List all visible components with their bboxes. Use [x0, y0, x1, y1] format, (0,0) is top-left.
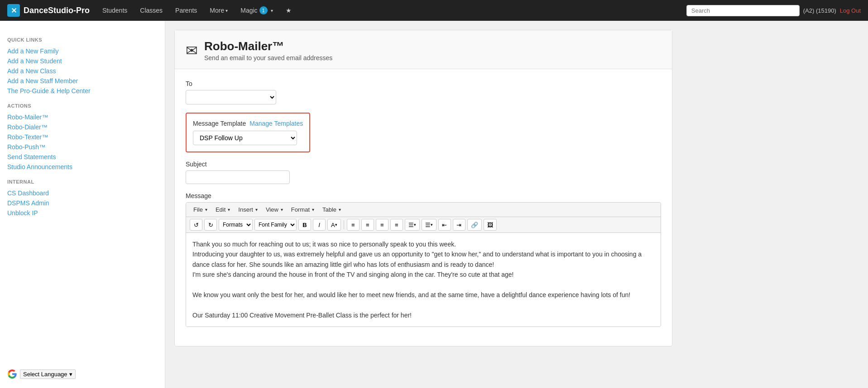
toolbar-redo[interactable]: ↻: [204, 219, 217, 231]
toolbar-bold[interactable]: B: [298, 219, 311, 231]
internal-title: INTERNAL: [7, 179, 158, 185]
nav-right: (A2) (15190) Log Out: [686, 5, 861, 16]
toolbar-align-center[interactable]: ≡: [361, 219, 374, 231]
menu-insert-label: Insert: [238, 206, 253, 213]
toolbar-image[interactable]: 🖼: [484, 219, 497, 231]
navbar: ✕ DanceStudio-Pro Students Classes Paren…: [0, 0, 868, 21]
toolbar-link[interactable]: 🔗: [467, 219, 482, 231]
editor-para-5: Our Saturday 11:00 Creative Movement Pre…: [192, 310, 647, 320]
nav-students[interactable]: Students: [97, 0, 133, 21]
sidebar-item-robo-dialer[interactable]: Robo-Dialer™: [7, 122, 158, 132]
editor-para-1: Thank you so much for reaching out to us…: [192, 239, 647, 249]
card-header: ✉ Robo-Mailer™ Send an email to your sav…: [175, 30, 672, 69]
menu-file-label: File: [193, 206, 203, 213]
magic-badge: 1: [259, 6, 268, 14]
sidebar-item-cs-dashboard[interactable]: CS Dashboard: [7, 188, 158, 198]
editor-content: Thank you so much for reaching out to us…: [192, 239, 654, 320]
menu-format-chevron: ▾: [312, 207, 314, 212]
menu-view-chevron: ▾: [281, 207, 283, 212]
manage-templates-link[interactable]: Manage Templates: [249, 120, 303, 127]
editor-para-2: Introducing your daughter to us, was ext…: [192, 249, 647, 270]
sidebar-item-add-student[interactable]: Add a New Student: [7, 56, 158, 66]
menu-insert-chevron: ▾: [255, 207, 258, 212]
toolbar-underline-color[interactable]: A▾: [327, 219, 341, 231]
subject-group: Subject: [186, 161, 661, 184]
template-label: Message Template: [193, 120, 246, 127]
sidebar-item-add-class[interactable]: Add a New Class: [7, 66, 158, 76]
sidebar-item-dspms-admin[interactable]: DSPMS Admin: [7, 198, 158, 208]
menu-table[interactable]: Table ▾: [319, 204, 345, 215]
message-group: Message File ▾ Edit ▾: [186, 192, 661, 327]
sidebar-item-unblock-ip[interactable]: Unblock IP: [7, 208, 158, 218]
menu-format[interactable]: Format ▾: [288, 204, 318, 215]
toolbar-sep1: [344, 220, 344, 229]
nav-magic-chevron: ▾: [271, 8, 273, 13]
nav-favorites[interactable]: ★: [280, 0, 297, 21]
toolbar-outdent[interactable]: ⇤: [438, 219, 451, 231]
menu-edit-label: Edit: [216, 206, 225, 213]
nav-parents[interactable]: Parents: [170, 0, 202, 21]
sidebar: QUICK LINKS Add a New Family Add a New S…: [0, 21, 165, 388]
menu-view[interactable]: View ▾: [262, 204, 287, 215]
toolbar-indent[interactable]: ⇥: [453, 219, 465, 231]
toolbar-italic[interactable]: I: [313, 219, 326, 231]
toolbar-bullet-list[interactable]: ☰▾: [405, 219, 420, 231]
editor-wrapper: File ▾ Edit ▾ Insert ▾: [186, 202, 661, 327]
editor-para-4: We know you want only the best for her, …: [192, 290, 647, 300]
sidebar-item-studio-announcements[interactable]: Studio Announcements: [7, 162, 158, 172]
brand-icon: ✕: [7, 4, 20, 17]
nav-more[interactable]: More ▾: [204, 0, 233, 21]
sidebar-item-add-staff[interactable]: Add a New Staff Member: [7, 76, 158, 86]
subject-input[interactable]: [186, 170, 290, 184]
google-icon: [7, 369, 17, 379]
search-input[interactable]: [686, 5, 800, 16]
sidebar-item-send-statements[interactable]: Send Statements: [7, 152, 158, 162]
message-label: Message: [186, 192, 661, 199]
sidebar-item-robo-push[interactable]: Robo-Push™: [7, 142, 158, 152]
to-select[interactable]: [186, 90, 276, 104]
page-subtitle: Send an email to your saved email addres…: [204, 54, 332, 62]
logout-button[interactable]: Log Out: [840, 7, 861, 14]
menu-format-label: Format: [291, 206, 310, 213]
editor-toolbar: ↺ ↻ Formats Font Family B I A▾: [186, 217, 661, 233]
to-label: To: [186, 80, 661, 87]
to-group: To: [186, 80, 661, 104]
nav-more-label: More: [210, 7, 224, 14]
account-info: (A2) (15190): [803, 7, 836, 14]
menu-insert[interactable]: Insert ▾: [235, 204, 261, 215]
toolbar-align-left[interactable]: ≡: [347, 219, 360, 231]
menu-view-label: View: [266, 206, 278, 213]
toolbar-numbered-list[interactable]: ☰▾: [422, 219, 436, 231]
menu-edit[interactable]: Edit ▾: [212, 204, 234, 215]
actions-title: ACTIONS: [7, 103, 158, 109]
card-header-text: Robo-Mailer™ Send an email to your saved…: [204, 39, 332, 62]
menu-file[interactable]: File ▾: [190, 204, 211, 215]
editor-body[interactable]: Thank you so much for reaching out to us…: [186, 233, 661, 326]
sidebar-item-help-center[interactable]: The Pro-Guide & Help Center: [7, 86, 158, 96]
template-select[interactable]: DSP Follow Up: [193, 131, 297, 145]
nav-magic-label: Magic: [240, 7, 257, 14]
font-family-select[interactable]: Font Family: [254, 219, 297, 231]
toolbar-align-justify[interactable]: ≡: [390, 219, 403, 231]
main-content: ✉ Robo-Mailer™ Send an email to your sav…: [165, 21, 868, 388]
sidebar-item-robo-texter[interactable]: Robo-Texter™: [7, 132, 158, 142]
subject-label: Subject: [186, 161, 661, 168]
formats-select[interactable]: Formats: [219, 219, 253, 231]
robo-mailer-card: ✉ Robo-Mailer™ Send an email to your sav…: [174, 30, 672, 346]
template-label-row: Message Template Manage Templates: [193, 120, 303, 127]
nav-classes[interactable]: Classes: [134, 0, 168, 21]
nav-magic[interactable]: Magic 1 ▾: [235, 0, 278, 21]
brand-logo[interactable]: ✕ DanceStudio-Pro: [7, 4, 90, 17]
toolbar-align-right[interactable]: ≡: [376, 219, 388, 231]
nav-more-chevron: ▾: [225, 8, 228, 13]
main-layout: QUICK LINKS Add a New Family Add a New S…: [0, 21, 868, 388]
menu-edit-chevron: ▾: [228, 207, 230, 212]
menu-file-chevron: ▾: [205, 207, 207, 212]
toolbar-undo[interactable]: ↺: [190, 219, 202, 231]
page-title: Robo-Mailer™: [204, 39, 332, 53]
select-language-label: Select Language: [23, 371, 67, 378]
select-language-button[interactable]: Select Language ▾: [20, 369, 76, 379]
menu-table-label: Table: [322, 206, 336, 213]
sidebar-item-add-family[interactable]: Add a New Family: [7, 46, 158, 56]
sidebar-item-robo-mailer[interactable]: Robo-Mailer™: [7, 112, 158, 122]
